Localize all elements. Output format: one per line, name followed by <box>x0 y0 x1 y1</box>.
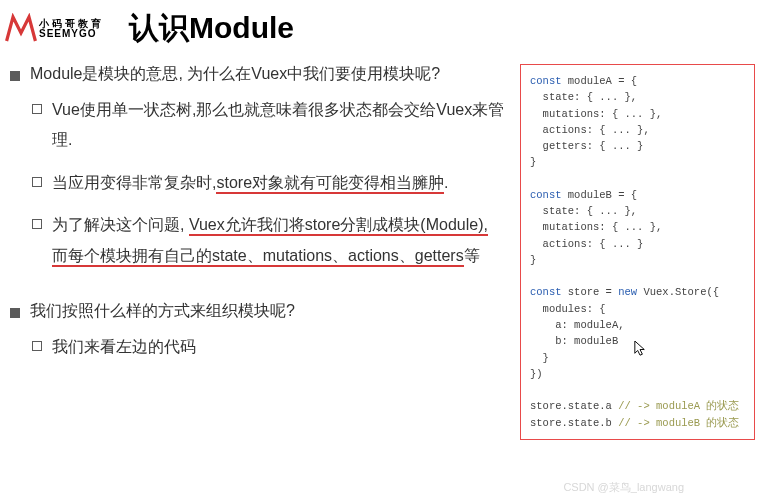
section1-item1: Vue使用单一状态树,那么也就意味着很多状态都会交给Vuex来管理. <box>32 95 505 156</box>
bullet-hollow-icon <box>32 104 42 114</box>
section1-heading: Module是模块的意思, 为什么在Vuex中我们要使用模块呢? <box>10 64 505 85</box>
watermark: CSDN @菜鸟_langwang <box>563 480 684 495</box>
content: Module是模块的意思, 为什么在Vuex中我们要使用模块呢? Vue使用单一… <box>0 64 774 440</box>
section2-heading: 我们按照什么样的方式来组织模块呢? <box>10 301 505 322</box>
bullet-hollow-icon <box>32 219 42 229</box>
header: 小码哥教育 SEEMYGO 认识Module <box>0 0 774 64</box>
bullet-hollow-icon <box>32 341 42 351</box>
logo-cn: 小码哥教育 <box>39 19 104 29</box>
section1-item2: 当应用变得非常复杂时,store对象就有可能变得相当臃肿. <box>32 168 505 198</box>
section2-item1-text: 我们来看左边的代码 <box>52 332 196 362</box>
logo: 小码哥教育 SEEMYGO <box>5 13 104 45</box>
section1-item3-text: 为了解决这个问题, Vuex允许我们将store分割成模块(Module), 而… <box>52 210 505 271</box>
logo-text: 小码哥教育 SEEMYGO <box>39 19 104 39</box>
right-column: const moduleA = { state: { ... }, mutati… <box>520 64 755 440</box>
section2-heading-text: 我们按照什么样的方式来组织模块呢? <box>30 301 295 322</box>
bullet-filled-icon <box>10 308 20 318</box>
bullet-filled-icon <box>10 71 20 81</box>
bullet-hollow-icon <box>32 177 42 187</box>
section1-item2-text: 当应用变得非常复杂时,store对象就有可能变得相当臃肿. <box>52 168 448 198</box>
logo-en: SEEMYGO <box>39 29 104 39</box>
cursor-icon <box>634 341 647 358</box>
section2-item1: 我们来看左边的代码 <box>32 332 505 362</box>
code-sample: const moduleA = { state: { ... }, mutati… <box>520 64 755 440</box>
section1-heading-text: Module是模块的意思, 为什么在Vuex中我们要使用模块呢? <box>30 64 440 85</box>
section1-item3: 为了解决这个问题, Vuex允许我们将store分割成模块(Module), 而… <box>32 210 505 271</box>
left-column: Module是模块的意思, 为什么在Vuex中我们要使用模块呢? Vue使用单一… <box>10 64 520 440</box>
underlined-text: store对象就有可能变得相当臃肿 <box>216 174 444 194</box>
logo-icon <box>5 13 37 45</box>
page-title: 认识Module <box>129 8 294 49</box>
section1-item1-text: Vue使用单一状态树,那么也就意味着很多状态都会交给Vuex来管理. <box>52 95 505 156</box>
